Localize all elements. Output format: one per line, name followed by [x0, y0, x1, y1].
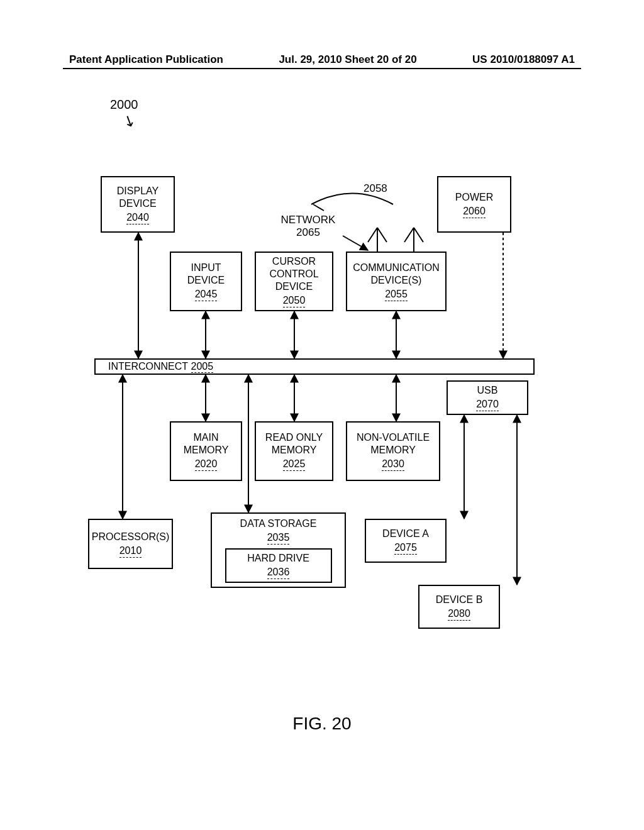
label: DEVICE: [119, 197, 157, 210]
network-label: NETWORK: [281, 214, 336, 226]
figure-ref-number: 2000: [110, 97, 138, 112]
label: HARD DRIVE: [247, 552, 309, 565]
label: DEVICE: [187, 274, 225, 287]
label: INTERCONNECT: [108, 361, 188, 372]
block-device-b: DEVICE B 2080: [418, 585, 500, 629]
block-usb: USB 2070: [447, 380, 528, 415]
figure-caption: FIG. 20: [0, 714, 644, 734]
svg-line-14: [377, 228, 387, 242]
block-display-device: DISPLAY DEVICE 2040: [101, 176, 175, 233]
block-diagram: 2058 NETWORK 2065 DISPLAY DEVICE 2040 PO…: [88, 170, 553, 673]
ref: 2045: [195, 288, 218, 301]
ref: 2025: [283, 458, 306, 471]
svg-line-16: [404, 228, 414, 242]
ref: 2005: [191, 361, 214, 373]
label: NON-VOLATILE: [357, 431, 430, 444]
figure-ref-arrow: ↘: [119, 110, 138, 131]
block-main-memory: MAIN MEMORY 2020: [170, 421, 242, 481]
block-data-storage: DATA STORAGE 2035 HARD DRIVE 2036: [211, 512, 346, 588]
svg-line-17: [414, 228, 423, 242]
ref: 2075: [394, 541, 417, 555]
block-communication-device: COMMUNICATION DEVICE(S) 2055: [346, 252, 447, 311]
label: POWER: [455, 191, 493, 204]
svg-line-18: [313, 204, 324, 211]
ref: 2060: [463, 205, 486, 218]
label: COMMUNICATION: [353, 262, 439, 274]
ref: 2035: [267, 531, 290, 545]
page-header: Patent Application Publication Jul. 29, …: [0, 53, 644, 66]
ref: 2030: [382, 458, 404, 471]
ref: 2055: [385, 288, 408, 301]
label: CURSOR: [272, 255, 316, 268]
antenna-ref: 2058: [364, 182, 387, 195]
label: CONTROL: [269, 268, 318, 280]
ref: 2050: [283, 294, 306, 307]
block-input-device: INPUT DEVICE 2045: [170, 252, 242, 311]
ref: 2080: [448, 607, 470, 621]
header-left: Patent Application Publication: [69, 53, 223, 66]
label: DEVICE B: [436, 594, 483, 606]
ref: 2070: [476, 398, 499, 411]
block-nvm: NON-VOLATILE MEMORY 2030: [346, 421, 440, 481]
label: DISPLAY: [117, 185, 158, 197]
block-rom: READ ONLY MEMORY 2025: [255, 421, 333, 481]
block-interconnect: INTERCONNECT 2005: [94, 358, 535, 375]
label: DEVICE(S): [371, 274, 422, 287]
header-right: US 2010/0188097 A1: [472, 53, 575, 66]
label: INPUT: [191, 262, 221, 274]
label: MEMORY: [370, 444, 416, 456]
label: MAIN: [194, 431, 219, 444]
svg-line-19: [343, 236, 368, 250]
label: READ ONLY: [265, 431, 323, 444]
ref: 2040: [126, 211, 149, 224]
network-label-block: NETWORK 2065: [277, 214, 340, 239]
label: DATA STORAGE: [240, 517, 317, 530]
label: DEVICE A: [382, 528, 429, 540]
block-cursor-control: CURSOR CONTROL DEVICE 2050: [255, 252, 333, 311]
label: MEMORY: [272, 444, 317, 456]
label: USB: [477, 384, 498, 397]
label: MEMORY: [184, 444, 229, 456]
block-processor: PROCESSOR(S) 2010: [88, 519, 173, 569]
header-rule: [63, 68, 581, 69]
ref: 2020: [195, 458, 218, 471]
block-power: POWER 2060: [437, 176, 511, 233]
network-ref: 2065: [296, 226, 320, 238]
ref: 2010: [119, 545, 142, 558]
block-device-a: DEVICE A 2075: [365, 519, 447, 563]
header-mid: Jul. 29, 2010 Sheet 20 of 20: [279, 53, 416, 66]
label: PROCESSOR(S): [92, 531, 170, 543]
label: DEVICE: [275, 280, 313, 293]
ref: 2036: [267, 566, 290, 579]
svg-line-13: [368, 228, 377, 242]
block-hard-drive: HARD DRIVE 2036: [225, 548, 332, 583]
